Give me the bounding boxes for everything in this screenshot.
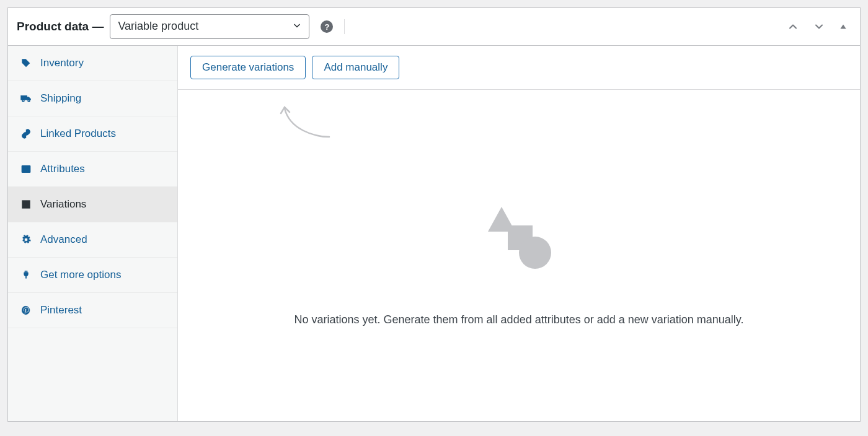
shapes-illustration-icon [482,203,556,273]
svg-point-1 [24,61,25,62]
tab-label: Inventory [40,57,84,69]
tab-inventory[interactable]: Inventory [8,46,177,81]
tab-label: Linked Products [40,128,116,140]
link-icon [20,128,32,139]
svg-point-3 [22,100,24,102]
tab-label: Pinterest [40,304,82,316]
grid-icon [20,199,32,210]
panel-header: Product data — Variable product ? [8,8,860,46]
collapse-toggle-icon[interactable] [835,20,851,33]
variations-toolbar: Generate variations Add manually [178,46,860,90]
product-type-select[interactable]: Variable product [110,14,309,39]
divider [344,19,345,34]
tab-variations[interactable]: Variations [8,187,177,222]
tab-label: Get more options [40,269,121,281]
svg-marker-0 [840,25,846,29]
empty-state: No variations yet. Generate them from al… [178,90,860,421]
svg-rect-2 [21,96,27,100]
truck-icon [20,93,32,104]
tab-pinterest[interactable]: Pinterest [8,293,177,328]
tab-label: Advanced [40,233,87,246]
sidebar: Inventory Shipping Linked Products Attri… [8,46,178,421]
tab-label: Attributes [40,163,85,175]
tab-label: Variations [40,198,86,211]
arrow-hint-icon [277,105,333,141]
variations-content: Generate variations Add manually [178,46,860,421]
empty-state-message: No variations yet. Generate them from al… [294,312,743,329]
tab-shipping[interactable]: Shipping [8,81,177,116]
plug-icon [20,269,32,281]
move-down-icon[interactable] [809,18,829,35]
help-icon[interactable]: ? [321,20,333,33]
tab-advanced[interactable]: Advanced [8,222,177,258]
tab-linked-products[interactable]: Linked Products [8,116,177,152]
add-manually-button[interactable]: Add manually [312,56,399,79]
gear-icon [20,234,32,245]
move-up-icon[interactable] [783,18,803,35]
list-icon [20,164,32,175]
svg-point-4 [28,100,30,102]
panel-body: Inventory Shipping Linked Products Attri… [8,46,860,421]
product-type-select-wrap: Variable product [110,14,309,39]
svg-rect-5 [22,166,30,173]
generate-variations-button[interactable]: Generate variations [190,56,306,79]
tag-icon [20,58,32,69]
product-data-panel: Product data — Variable product ? [7,7,861,422]
pinterest-icon [20,305,32,316]
tab-label: Shipping [40,92,81,105]
svg-point-13 [519,237,551,269]
tab-attributes[interactable]: Attributes [8,152,177,187]
panel-title: Product data — [17,20,104,33]
tab-get-more-options[interactable]: Get more options [8,258,177,293]
